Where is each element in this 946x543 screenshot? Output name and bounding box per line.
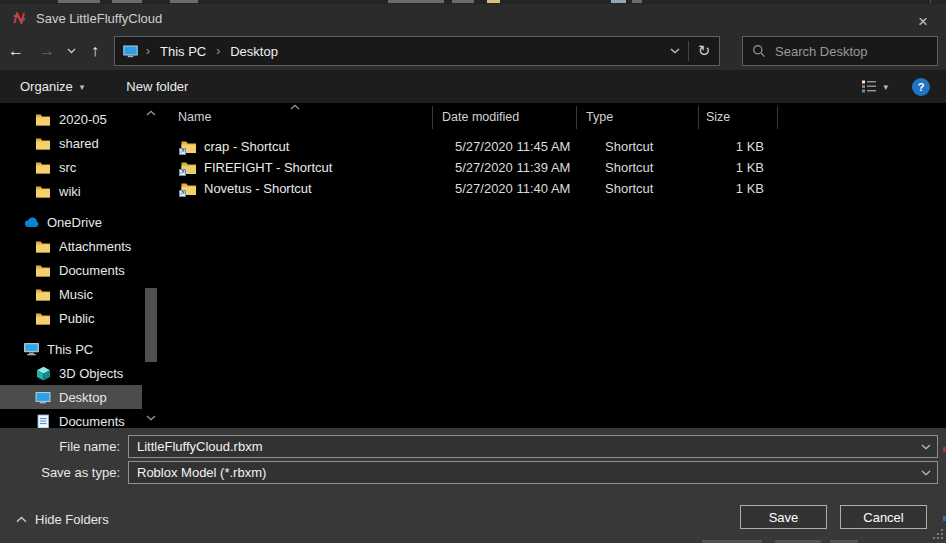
sidebar-group-gap (0, 203, 160, 210)
file-rows: crap - Shortcut 5/27/2020 11:45 AM Short… (160, 136, 946, 199)
folder-icon (34, 264, 52, 277)
column-divider[interactable] (777, 106, 778, 129)
scrollbar-thumb[interactable] (145, 288, 157, 362)
details-view-icon (861, 79, 877, 94)
column-divider[interactable] (432, 106, 433, 129)
sidebar-item-label: 2020-05 (59, 112, 107, 127)
save-button[interactable]: Save (740, 505, 827, 529)
folder-icon (34, 240, 52, 253)
organize-button[interactable]: Organize ▾ (20, 79, 84, 94)
file-row[interactable]: Novetus - Shortcut 5/27/2020 11:40 AM Sh… (160, 178, 946, 199)
sidebar-item-label: Public (59, 311, 94, 326)
recent-locations-chevron-icon[interactable] (62, 36, 80, 66)
file-date: 5/27/2020 11:39 AM (432, 160, 576, 175)
hide-folders-label: Hide Folders (35, 512, 109, 527)
document-icon (34, 414, 52, 429)
address-bar[interactable]: › This PC › Desktop ↻ (114, 36, 720, 66)
save-as-type-label: Save as type: (0, 465, 120, 480)
file-type: Shortcut (576, 181, 698, 196)
file-type: Shortcut (576, 160, 698, 175)
folder-icon (34, 113, 52, 126)
address-dropdown-chevron-icon[interactable] (662, 37, 688, 65)
sidebar-item-label: OneDrive (47, 215, 102, 230)
sidebar-item-wiki[interactable]: wiki (0, 179, 160, 203)
help-button[interactable]: ? (912, 78, 930, 96)
column-divider[interactable] (698, 106, 699, 129)
chevron-up-icon (16, 516, 27, 523)
desktop-icon (34, 391, 52, 404)
save-as-type-combobox[interactable]: Roblox Model (*.rbxm) (128, 461, 938, 484)
folder-icon (34, 161, 52, 174)
save-as-type-value: Roblox Model (*.rbxm) (129, 465, 915, 480)
breadcrumb-desktop[interactable]: Desktop (222, 37, 286, 65)
column-header-type[interactable]: Type (576, 103, 698, 131)
location-monitor-icon (123, 45, 138, 58)
sidebar-item-label: Documents (59, 263, 125, 278)
change-view-button[interactable]: ▾ (861, 79, 888, 94)
sidebar-scrollbar[interactable] (144, 107, 158, 428)
search-icon (752, 44, 766, 58)
sidebar-item-this-pc[interactable]: This PC (0, 337, 160, 361)
sidebar-item-label: This PC (47, 342, 93, 357)
sidebar-item-3d-objects[interactable]: 3D Objects (0, 361, 160, 385)
organize-caret-icon: ▾ (80, 82, 85, 92)
file-size: 1 KB (698, 160, 777, 175)
sidebar-item-desktop[interactable]: Desktop (0, 385, 142, 409)
breadcrumb-this-pc[interactable]: This PC (152, 37, 214, 65)
folder-tree-sidebar: 2020-05 shared src wiki OneDrive Attac (0, 103, 160, 428)
breadcrumb-chevron-icon: › (144, 44, 152, 58)
search-box[interactable] (742, 36, 938, 66)
forward-button[interactable]: → (32, 36, 62, 66)
search-input[interactable] (775, 44, 946, 59)
sidebar-item-shared[interactable]: shared (0, 131, 160, 155)
sidebar-item-label: Desktop (59, 390, 107, 405)
file-name-input[interactable] (129, 439, 915, 454)
shortcut-arrow-badge (179, 190, 186, 197)
sidebar-group-gap (0, 330, 160, 337)
shortcut-file-icon (180, 161, 197, 175)
shortcut-file-icon (180, 140, 197, 154)
organize-label: Organize (20, 79, 73, 94)
file-size: 1 KB (698, 139, 777, 154)
save-dialog-window: Save LittleFluffyCloud × ← → ↑ › This PC… (0, 0, 946, 543)
sidebar-item-label: wiki (59, 184, 81, 199)
sidebar-item-documents-onedrive[interactable]: Documents (0, 258, 160, 282)
sidebar-item-src[interactable]: src (0, 155, 160, 179)
shortcut-file-icon (180, 182, 197, 196)
column-header-size[interactable]: Size (698, 103, 777, 131)
scroll-down-icon[interactable] (145, 412, 157, 424)
sidebar-item-music[interactable]: Music (0, 282, 160, 306)
save-type-dropdown-chevron-icon[interactable] (915, 462, 937, 483)
sidebar-item-attachments[interactable]: Attachments (0, 234, 160, 258)
sidebar-item-label: Documents (59, 414, 125, 429)
cancel-button[interactable]: Cancel (840, 505, 927, 529)
sidebar-item-label: src (59, 160, 76, 175)
file-list-area: Name Date modified Type Size crap - S (160, 103, 946, 428)
sidebar-item-public[interactable]: Public (0, 306, 160, 330)
file-row[interactable]: FIREFIGHT - Shortcut 5/27/2020 11:39 AM … (160, 157, 946, 178)
sidebar-item-label: shared (59, 136, 99, 151)
column-divider[interactable] (576, 106, 577, 129)
file-name-combobox[interactable] (128, 435, 938, 458)
shortcut-arrow-badge (179, 148, 186, 155)
refresh-button[interactable]: ↻ (689, 37, 719, 65)
file-row[interactable]: crap - Shortcut 5/27/2020 11:45 AM Short… (160, 136, 946, 157)
folder-icon (34, 312, 52, 325)
hide-folders-button[interactable]: Hide Folders (16, 512, 109, 527)
folder-icon (34, 185, 52, 198)
file-name: Novetus - Shortcut (204, 181, 312, 196)
file-name-label: File name: (0, 439, 120, 454)
file-name-dropdown-chevron-icon[interactable] (915, 436, 937, 457)
new-folder-button[interactable]: New folder (126, 79, 188, 94)
sidebar-item-2020-05[interactable]: 2020-05 (0, 107, 160, 131)
up-button[interactable]: ↑ (80, 36, 110, 66)
title-bar: Save LittleFluffyCloud × (0, 4, 946, 32)
file-name: crap - Shortcut (204, 139, 289, 154)
sidebar-item-onedrive[interactable]: OneDrive (0, 210, 160, 234)
file-size: 1 KB (698, 181, 777, 196)
resize-grip[interactable] (930, 526, 943, 539)
column-header-date-modified[interactable]: Date modified (432, 103, 576, 131)
scroll-up-icon[interactable] (145, 107, 157, 119)
back-button[interactable]: ← (0, 36, 32, 66)
file-date: 5/27/2020 11:45 AM (432, 139, 576, 154)
